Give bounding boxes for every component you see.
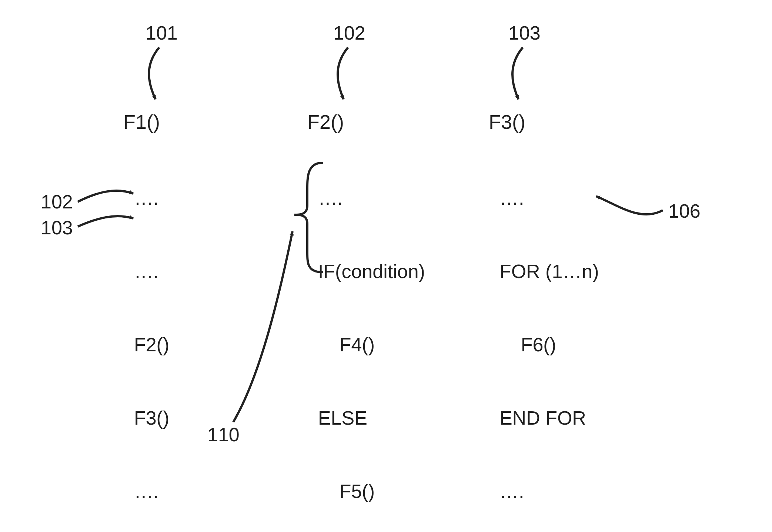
arrow-101 [149,47,159,99]
arrow-110 [233,231,293,422]
brace-icon [294,163,322,272]
arrow-103-top [512,47,523,99]
arrow-106 [596,196,663,214]
arrow-102-top [338,47,348,99]
diagram-stage: 101 102 103 102 103 110 106 F1() …. …. F… [0,0,772,532]
arrow-102-side [78,191,133,202]
arrow-103-side [78,216,133,227]
arrows-svg [0,0,772,532]
